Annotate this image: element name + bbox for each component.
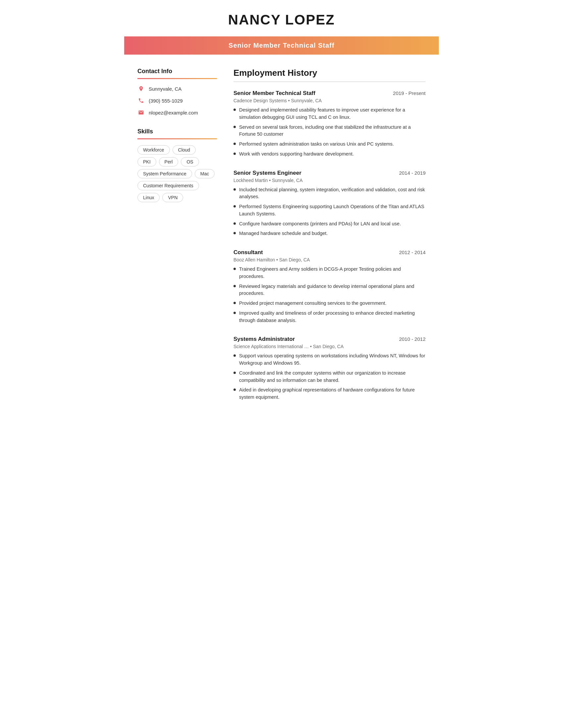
phone-icon bbox=[137, 97, 145, 104]
job-bullet-list: Support various operating systems on wor… bbox=[233, 352, 426, 401]
bullet-dot bbox=[233, 372, 236, 374]
location-icon bbox=[137, 85, 145, 92]
skill-tag: Mac bbox=[195, 169, 214, 178]
job-entry: Systems Administrator2010 - 2012Science … bbox=[233, 336, 426, 401]
contact-section: Contact Info Sunnyvale, CA (390) 555-102… bbox=[137, 68, 217, 116]
job-bullet-item: Aided in developing graphical representa… bbox=[233, 387, 426, 401]
bullet-text: Reviewed legacy materials and guidance t… bbox=[239, 283, 426, 297]
skill-tag: OS bbox=[181, 157, 199, 166]
job-bullet-item: Included technical planning, system inte… bbox=[233, 186, 426, 201]
job-bullet-item: Provided project management consulting s… bbox=[233, 300, 426, 307]
contact-phone-value: (390) 555-1029 bbox=[149, 98, 183, 104]
job-bullet-item: Work with vendors supporting hardware de… bbox=[233, 151, 426, 158]
bullet-dot bbox=[233, 222, 236, 225]
job-bullet-item: Performed Systems Engineering supporting… bbox=[233, 203, 426, 218]
skill-tag: Workforce bbox=[137, 145, 170, 155]
bullet-dot bbox=[233, 153, 236, 155]
skill-tag: VPN bbox=[162, 193, 183, 202]
bullet-dot bbox=[233, 109, 236, 111]
bullet-text: Managed hardware schedule and budget. bbox=[239, 230, 328, 237]
skills-divider bbox=[137, 138, 217, 139]
job-dates: 2010 - 2012 bbox=[399, 336, 426, 342]
job-bullet-list: Included technical planning, system inte… bbox=[233, 186, 426, 238]
bullet-text: Included technical planning, system inte… bbox=[239, 186, 426, 201]
main-layout: Contact Info Sunnyvale, CA (390) 555-102… bbox=[124, 55, 439, 426]
bullet-dot bbox=[233, 126, 236, 128]
contact-location: Sunnyvale, CA bbox=[137, 85, 217, 92]
bullet-dot bbox=[233, 285, 236, 287]
job-bullet-item: Designed and implemented usability featu… bbox=[233, 107, 426, 121]
contact-email: nlopez@example.com bbox=[137, 109, 217, 116]
contact-title: Contact Info bbox=[137, 68, 217, 75]
job-bullet-item: Trained Engineers and Army soldiers in D… bbox=[233, 266, 426, 280]
bullet-text: Aided in developing graphical representa… bbox=[239, 387, 426, 401]
bullet-dot bbox=[233, 302, 236, 304]
candidate-title: Senior Member Technical Staff bbox=[124, 42, 439, 49]
job-bullet-list: Trained Engineers and Army soldiers in D… bbox=[233, 266, 426, 324]
bullet-dot bbox=[233, 388, 236, 391]
skill-tag: Cloud bbox=[172, 145, 196, 155]
employment-section-title: Employment History bbox=[233, 68, 426, 78]
job-entry: Consultant2012 - 2014Booz Allen Hamilton… bbox=[233, 249, 426, 324]
job-entry: Senior Systems Engineer2014 - 2019Lockhe… bbox=[233, 170, 426, 238]
bullet-text: Designed and implemented usability featu… bbox=[239, 107, 426, 121]
bullet-dot bbox=[233, 268, 236, 270]
skills-title: Skills bbox=[137, 128, 217, 135]
bullet-dot bbox=[233, 205, 236, 207]
contact-divider bbox=[137, 78, 217, 79]
skill-tag: Perl bbox=[159, 157, 178, 166]
header: NANCY LOPEZ bbox=[124, 0, 439, 33]
job-header: Consultant2012 - 2014 bbox=[233, 249, 426, 256]
job-header: Senior Member Technical Staff2019 - Pres… bbox=[233, 90, 426, 97]
email-icon bbox=[137, 109, 145, 116]
bullet-dot bbox=[233, 232, 236, 234]
job-dates: 2019 - Present bbox=[393, 90, 426, 96]
bullet-text: Performed system administration tasks on… bbox=[239, 141, 394, 148]
job-bullet-list: Designed and implemented usability featu… bbox=[233, 107, 426, 158]
bullet-text: Provided project management consulting s… bbox=[239, 300, 387, 307]
job-bullet-item: Support various operating systems on wor… bbox=[233, 352, 426, 367]
job-bullet-item: Improved quality and timeliness of order… bbox=[233, 310, 426, 324]
employment-divider bbox=[233, 81, 426, 82]
contact-phone: (390) 555-1029 bbox=[137, 97, 217, 104]
bullet-dot bbox=[233, 143, 236, 145]
contact-location-value: Sunnyvale, CA bbox=[149, 86, 181, 92]
bullet-text: Support various operating systems on wor… bbox=[239, 352, 426, 367]
job-title: Senior Systems Engineer bbox=[233, 170, 302, 176]
content-area: Employment History Senior Member Technic… bbox=[233, 68, 426, 413]
bullet-dot bbox=[233, 354, 236, 357]
sidebar: Contact Info Sunnyvale, CA (390) 555-102… bbox=[137, 68, 217, 413]
bullet-text: Coordinated and link the computer system… bbox=[239, 370, 426, 384]
job-company: Cadence Design Systems • Sunnyvale, CA bbox=[233, 98, 426, 103]
job-title: Consultant bbox=[233, 249, 263, 256]
bullet-text: Improved quality and timeliness of order… bbox=[239, 310, 426, 324]
contact-email-value: nlopez@example.com bbox=[149, 110, 198, 115]
title-bar: Senior Member Technical Staff bbox=[124, 36, 439, 55]
job-header: Senior Systems Engineer2014 - 2019 bbox=[233, 170, 426, 176]
skill-tag: System Performance bbox=[137, 169, 192, 178]
job-bullet-item: Coordinated and link the computer system… bbox=[233, 370, 426, 384]
bullet-text: Served on several task forces, including… bbox=[239, 124, 426, 138]
bullet-text: Configure hardware components (printers … bbox=[239, 220, 401, 228]
bullet-text: Work with vendors supporting hardware de… bbox=[239, 151, 354, 158]
job-bullet-item: Reviewed legacy materials and guidance t… bbox=[233, 283, 426, 297]
job-title: Systems Administrator bbox=[233, 336, 295, 342]
candidate-name: NANCY LOPEZ bbox=[124, 12, 439, 28]
job-header: Systems Administrator2010 - 2012 bbox=[233, 336, 426, 342]
job-dates: 2012 - 2014 bbox=[399, 250, 426, 255]
job-entry: Senior Member Technical Staff2019 - Pres… bbox=[233, 90, 426, 158]
job-company: Lockheed Martin • Sunnyvale, CA bbox=[233, 178, 426, 183]
skills-section: Skills WorkforceCloudPKIPerlOSSystem Per… bbox=[137, 128, 217, 202]
job-dates: 2014 - 2019 bbox=[399, 170, 426, 176]
skill-tag: Customer Requirements bbox=[137, 181, 199, 190]
job-bullet-item: Performed system administration tasks on… bbox=[233, 141, 426, 148]
job-bullet-item: Configure hardware components (printers … bbox=[233, 220, 426, 228]
job-bullet-item: Served on several task forces, including… bbox=[233, 124, 426, 138]
job-bullet-item: Managed hardware schedule and budget. bbox=[233, 230, 426, 237]
bullet-dot bbox=[233, 188, 236, 191]
job-title: Senior Member Technical Staff bbox=[233, 90, 315, 97]
bullet-dot bbox=[233, 312, 236, 314]
bullet-text: Performed Systems Engineering supporting… bbox=[239, 203, 426, 218]
skill-tag: Linux bbox=[137, 193, 160, 202]
bullet-text: Trained Engineers and Army soldiers in D… bbox=[239, 266, 426, 280]
